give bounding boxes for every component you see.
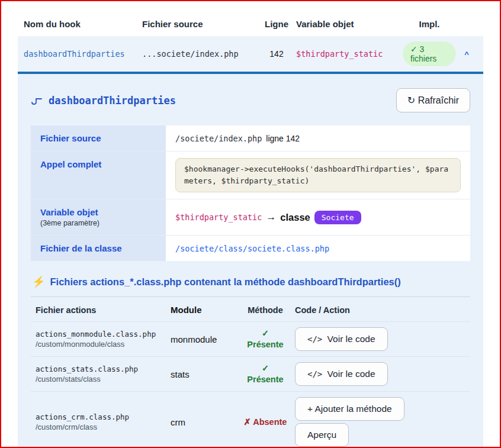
panel-title-text: dashboardThirdparties — [49, 95, 176, 107]
method-status-absent: ✗ Absente — [244, 417, 287, 427]
actions-table: Fichier actions Module Méthode Code / Ac… — [31, 297, 470, 448]
hook-detail-panel: dashboardThirdparties ↻ Rafraîchir Fichi… — [18, 74, 483, 448]
module-name: crm — [171, 417, 236, 427]
code-icon: </> — [307, 334, 322, 344]
actions-section-title-text: Fichiers actions_*.class.php contenant l… — [50, 276, 400, 288]
module-name: monmodule — [171, 334, 236, 344]
actions-file-dir: /custom/stats/class — [36, 375, 171, 383]
view-code-button[interactable]: </> Voir le code — [295, 362, 388, 386]
actions-file-dir: /custom/monmodule/class — [36, 340, 171, 349]
detail-label: Fichier de la classe — [40, 243, 156, 253]
check-icon: ✓ — [262, 328, 269, 340]
refresh-label: Rafraîchir — [418, 95, 459, 105]
panel-title: dashboardThirdparties — [31, 95, 176, 107]
class-name-badge: Societe — [314, 211, 361, 224]
check-icon: ✓ — [262, 363, 269, 375]
preview-label: Aperçu — [307, 430, 336, 440]
class-file-path: /societe/class/societe.class.php — [175, 244, 329, 253]
add-method-label: Ajouter la méthode — [315, 404, 392, 414]
collapse-chevron-icon[interactable]: ^ — [456, 50, 477, 59]
detail-row-appel-complet: Appel complet $hookmanager->executeHooks… — [31, 152, 470, 199]
detail-label: Variable objet — [40, 207, 156, 217]
arrow-right-icon: → — [266, 211, 276, 223]
panel-header: dashboardThirdparties ↻ Rafraîchir — [31, 88, 470, 112]
col-header-module: Module — [171, 305, 236, 315]
code-icon: </> — [307, 369, 322, 379]
object-variable: $thirdparty_static — [175, 212, 262, 222]
detail-sublabel: (3ème paramètre) — [40, 219, 156, 227]
cross-icon: ✗ — [244, 417, 251, 427]
col-header-impl: Impl. — [403, 19, 456, 29]
classe-keyword: classe — [280, 212, 310, 223]
col-header-fichier-actions: Fichier actions — [36, 305, 171, 315]
actions-file-name: actions_crm.class.php — [36, 412, 171, 421]
actions-row-monmodule: actions_monmodule.class.php /custom/monm… — [31, 321, 470, 356]
view-code-button[interactable]: </> Voir le code — [295, 327, 388, 351]
view-code-label: Voir le code — [327, 334, 375, 344]
hook-line-number: 142 — [257, 49, 296, 59]
lightning-icon: ⚡ — [32, 275, 45, 288]
method-status-present: ✓ Présente — [236, 328, 295, 351]
col-header-ligne: Ligne — [257, 19, 296, 29]
detail-row-variable-objet: Variable objet (3ème paramètre) $thirdpa… — [31, 199, 470, 236]
hook-name[interactable]: dashboardThirdparties — [24, 49, 142, 59]
detail-row-fichier-classe: Fichier de la classe /societe/class/soci… — [31, 236, 470, 261]
method-status-text: Présente — [247, 339, 283, 351]
hook-object-variable: $thirdparty_static — [296, 49, 403, 59]
actions-file-dir: /custom/crm/class — [36, 423, 171, 431]
method-status-text: Absente — [253, 417, 287, 427]
method-status-text: Présente — [247, 374, 283, 386]
method-status-present: ✓ Présente — [236, 363, 295, 386]
hook-table-header: Nom du hook Fichier source Ligne Variabl… — [18, 17, 483, 36]
actions-section-title: ⚡ Fichiers actions_*.class.php contenant… — [32, 275, 469, 288]
hook-call-code-block: $hookmanager->executeHooks('dashboardThi… — [175, 158, 461, 192]
view-code-label: Voir le code — [327, 369, 375, 379]
detail-label: Appel complet — [40, 159, 156, 169]
col-header-fichier-source: Fichier source — [142, 19, 257, 29]
actions-file-name: actions_monmodule.class.php — [36, 330, 171, 339]
impl-count-badge: ✓ 3 fichiers — [403, 41, 456, 66]
hook-table: Nom du hook Fichier source Ligne Variabl… — [18, 17, 483, 74]
detail-label: Fichier source — [40, 133, 156, 143]
hook-source-file: ...societe/index.php — [142, 49, 257, 59]
source-file-path: /societe/index.php — [175, 134, 262, 143]
col-header-variable-objet: Variable objet — [296, 19, 403, 29]
add-method-button[interactable]: + Ajouter la méthode — [295, 397, 404, 421]
source-line-text: ligne 142 — [266, 134, 300, 143]
refresh-icon: ↻ — [407, 95, 415, 105]
actions-row-stats: actions_stats.class.php /custom/stats/cl… — [31, 356, 470, 391]
hook-row-dashboardThirdparties[interactable]: dashboardThirdparties ...societe/index.p… — [18, 36, 483, 74]
col-header-nom-du-hook: Nom du hook — [24, 19, 142, 29]
preview-button[interactable]: Aperçu — [295, 423, 349, 447]
col-header-code-action: Code / Action — [295, 305, 465, 315]
module-name: stats — [171, 369, 236, 379]
detail-row-fichier-source: Fichier source /societe/index.php ligne … — [31, 125, 470, 152]
plus-icon: + — [307, 404, 313, 414]
hook-detail-table: Fichier source /societe/index.php ligne … — [31, 125, 470, 261]
actions-file-name: actions_stats.class.php — [36, 365, 171, 373]
col-header-methode: Méthode — [236, 305, 295, 315]
refresh-button[interactable]: ↻ Rafraîchir — [396, 88, 470, 112]
actions-table-header: Fichier actions Module Méthode Code / Ac… — [31, 297, 470, 321]
actions-row-crm: actions_crm.class.php /custom/crm/class … — [31, 391, 470, 448]
hook-icon — [31, 96, 43, 105]
app-window: Nom du hook Fichier source Ligne Variabl… — [0, 0, 501, 448]
